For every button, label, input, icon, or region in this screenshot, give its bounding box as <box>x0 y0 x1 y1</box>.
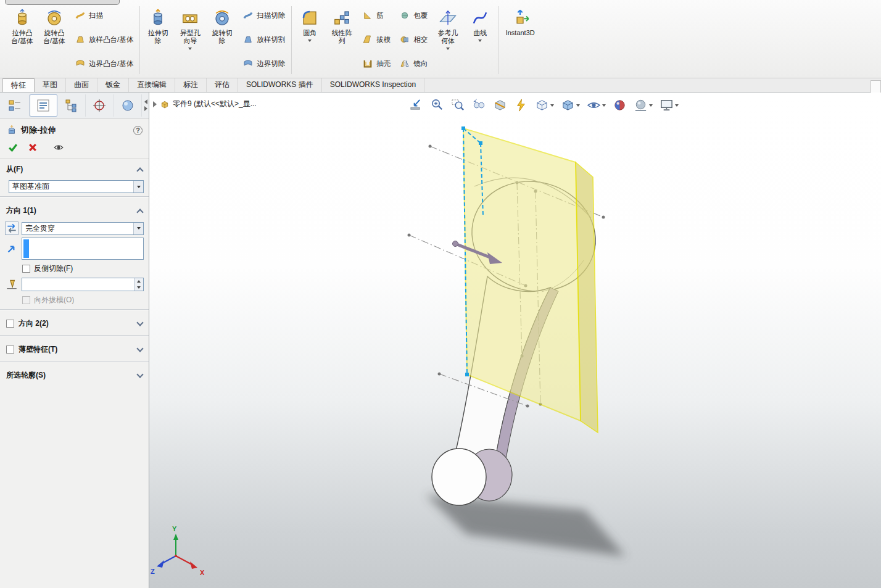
cancel-button[interactable] <box>27 142 38 153</box>
thin-feature-section-header[interactable]: 薄壁特征(T) <box>0 339 149 358</box>
spin-down-button[interactable] <box>134 284 143 291</box>
zoom-to-fit-button[interactable] <box>408 97 424 113</box>
mirror-button[interactable]: 镜向 <box>397 57 430 70</box>
flyout-caret-icon[interactable] <box>446 48 450 50</box>
boundary-cut-button[interactable]: 边界切除 <box>240 57 287 70</box>
3d-scene[interactable]: Y X Z <box>149 93 881 588</box>
instant3d-button[interactable]: Instant3D <box>500 2 540 78</box>
display-manager-tab[interactable] <box>114 94 142 117</box>
tab-solidworks-addins[interactable]: SOLIDWORKS 插件 <box>238 78 322 92</box>
hide-show-items-button[interactable] <box>586 97 606 113</box>
selected-contours-section-header[interactable]: 所选轮廓(S) <box>0 365 149 384</box>
scroll-left-icon[interactable] <box>144 99 147 104</box>
dropdown-caret-icon[interactable] <box>675 104 679 107</box>
reverse-direction-icon <box>6 222 18 234</box>
reference-geometry-button[interactable]: 参考几 何体 <box>432 2 464 78</box>
flyout-caret-icon[interactable] <box>188 48 192 50</box>
swept-cut-button[interactable]: 扫描切除 <box>240 9 287 22</box>
direction2-checkbox[interactable] <box>6 320 14 328</box>
ribbon-button-label: 异型孔 向导 <box>180 29 201 45</box>
fillet-button[interactable]: 圆角 <box>294 2 326 78</box>
dropdown-caret-icon[interactable] <box>133 181 143 193</box>
end-condition-dropdown[interactable]: 完全贯穿 <box>22 222 144 235</box>
tab-sheet-metal[interactable]: 钣金 <box>97 78 129 92</box>
tab-surfaces[interactable]: 曲面 <box>66 78 97 92</box>
property-manager-tab[interactable] <box>30 94 58 117</box>
extruded-cut-icon <box>149 9 167 27</box>
flyout-caret-icon[interactable] <box>308 39 312 42</box>
section-view-button[interactable] <box>492 97 508 113</box>
swept-boss-button[interactable]: 扫描 <box>72 9 136 22</box>
hole-wizard-button[interactable]: 异型孔 向导 <box>174 2 206 78</box>
flip-side-checkbox[interactable] <box>22 265 30 273</box>
intersect-button[interactable]: 相交 <box>397 33 430 46</box>
draft-outward-row: 向外拔模(O) <box>22 295 144 305</box>
lightning-annotation-button[interactable] <box>513 97 529 113</box>
tab-direct-editing[interactable]: 直接编辑 <box>129 78 175 92</box>
reverse-direction-button[interactable] <box>5 222 19 235</box>
draft-outward-checkbox[interactable] <box>22 296 30 304</box>
detailed-preview-eye-button[interactable] <box>53 142 64 153</box>
from-condition-dropdown[interactable]: 草图基准面 <box>9 180 144 193</box>
triad-y-label: Y <box>172 525 177 532</box>
dimxpert-manager-tab[interactable] <box>86 94 114 117</box>
extruded-boss-base-button[interactable]: 拉伸凸 台/基体 <box>6 2 38 78</box>
view-cube-icon <box>535 98 549 112</box>
view-orientation-button[interactable] <box>534 97 555 113</box>
display-style-button[interactable] <box>560 97 581 113</box>
dropdown-caret-icon[interactable] <box>602 104 606 107</box>
wrap-button[interactable]: 包覆 <box>397 9 430 22</box>
magnifier-plus-icon <box>430 98 444 112</box>
feature-manager-tree-tab[interactable] <box>1 94 30 117</box>
extruded-cut-button[interactable]: 拉伸切 除 <box>142 2 174 78</box>
curves-button[interactable]: 曲线 <box>464 2 496 78</box>
from-section-header[interactable]: 从(F) <box>0 159 149 178</box>
tab-solidworks-inspection[interactable]: SOLIDWORKS Inspection <box>322 78 424 92</box>
draft-button[interactable]: 拔模 <box>360 33 393 46</box>
dropdown-caret-icon[interactable] <box>133 223 143 234</box>
tab-sketch[interactable]: 草图 <box>35 78 66 92</box>
edit-appearance-button[interactable] <box>612 97 627 113</box>
breadcrumb[interactable]: 零件9 (默认<<默认>_显... <box>153 99 257 109</box>
spin-up-icon <box>137 280 141 283</box>
linear-pattern-button[interactable]: 线性阵 列 <box>326 2 358 78</box>
ok-button[interactable] <box>7 142 19 153</box>
graphics-area[interactable]: Y X Z 零件9 (默认<<默认>_显... <box>149 93 881 588</box>
dropdown-caret-icon[interactable] <box>550 104 554 107</box>
scroll-right-icon[interactable] <box>144 106 147 111</box>
view-settings-button[interactable] <box>659 97 679 113</box>
dropdown-caret-icon[interactable] <box>649 104 653 107</box>
draft-angle-spinbox[interactable] <box>22 278 144 291</box>
breadcrumb-expander-icon[interactable] <box>153 101 157 107</box>
ribbon-separator <box>291 6 292 74</box>
tab-features[interactable]: 特征 <box>2 78 35 92</box>
section-label: 方向 1(1) <box>6 205 36 216</box>
help-button[interactable]: ? <box>133 126 143 135</box>
revolved-boss-base-button[interactable]: 旋转凸 台/基体 <box>38 2 70 78</box>
revolved-cut-button[interactable]: 旋转切 除 <box>206 2 238 78</box>
direction1-section-header[interactable]: 方向 1(1) <box>0 201 149 219</box>
previous-view-button[interactable] <box>471 97 487 113</box>
tab-annotations[interactable]: 标注 <box>175 78 207 92</box>
direction2-section-header[interactable]: 方向 2(2) <box>0 313 149 332</box>
property-manager-icon <box>36 98 51 113</box>
lofted-cut-button[interactable]: 放样切割 <box>240 33 287 46</box>
configuration-manager-tab[interactable] <box>57 94 86 117</box>
rib-button[interactable]: 筋 <box>360 9 393 22</box>
flyout-caret-icon[interactable] <box>478 39 482 42</box>
spin-up-button[interactable] <box>134 278 143 284</box>
zoom-in-out-button[interactable] <box>429 97 445 113</box>
zoom-to-area-button[interactable] <box>450 97 466 113</box>
ribbon-group-features: 圆角 线性阵 列 筋 拔模 抽壳 <box>294 2 496 78</box>
dimxpert-icon <box>92 98 107 113</box>
lofted-boss-base-button[interactable]: 放样凸台/基体 <box>72 33 136 46</box>
draft-angle-icon[interactable] <box>5 278 19 291</box>
thin-feature-checkbox[interactable] <box>6 346 14 354</box>
direction-selection-listbox[interactable] <box>22 238 144 260</box>
appearance-ball-icon <box>613 98 627 112</box>
boundary-boss-base-button[interactable]: 边界凸台/基体 <box>72 57 136 70</box>
tab-evaluate[interactable]: 评估 <box>207 78 238 92</box>
shell-button[interactable]: 抽壳 <box>360 57 393 70</box>
dropdown-caret-icon[interactable] <box>576 104 580 107</box>
apply-scene-button[interactable] <box>633 97 653 113</box>
